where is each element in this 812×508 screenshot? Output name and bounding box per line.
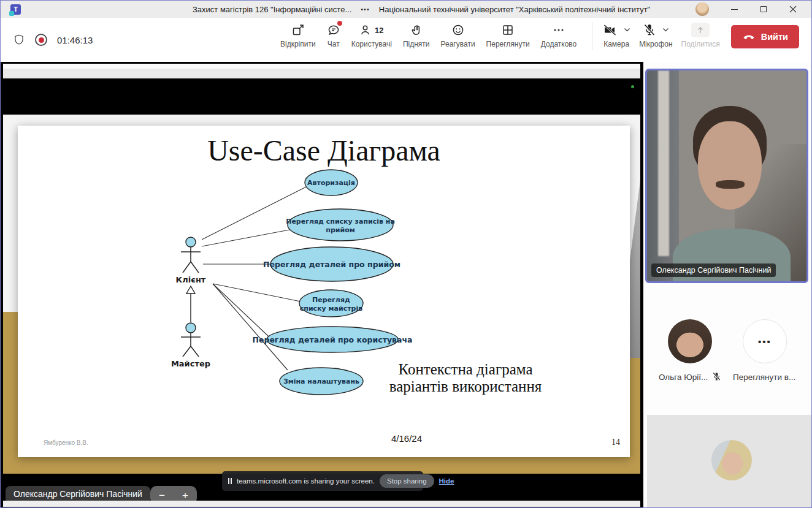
slide-author: Ямбуренко В.В. (44, 439, 88, 446)
svg-text:Зміна налаштувань: Зміна налаштувань (283, 377, 359, 385)
shield-icon (13, 33, 25, 47)
slide-page-number: 14 (611, 438, 620, 447)
maximize-button[interactable] (749, 1, 778, 18)
camera-button[interactable]: Камера (602, 22, 630, 48)
usecase-authorization: Авторизація (305, 170, 358, 195)
actor-client-label: Клієнт (176, 275, 206, 284)
participants-button[interactable]: 12 Користувачі (351, 22, 392, 48)
stop-sharing-button[interactable]: Stop sharing (380, 474, 434, 488)
chat-button[interactable]: Чат (327, 22, 340, 48)
svg-text:Перегляд списку записів на: Перегляд списку записів на (286, 218, 395, 226)
screen-sharing-toast: teams.microsoft.com is sharing your scre… (222, 471, 423, 491)
minimize-button[interactable] (719, 1, 749, 18)
hide-toast-link[interactable]: Hide (439, 477, 454, 485)
actor-master: Майстер (171, 323, 210, 368)
video-person-face (698, 121, 762, 210)
unpin-button[interactable]: Відкріпити (280, 22, 316, 48)
generalization-arrow (186, 286, 195, 322)
overflow-participants-button[interactable]: ••• (743, 319, 787, 363)
leave-button[interactable]: Вийти (731, 25, 799, 48)
recording-indicator-icon (35, 34, 47, 46)
maximize-icon (760, 6, 767, 12)
svg-text:Перегляд: Перегляд (312, 296, 350, 304)
shared-screen-bottom-strip (3, 501, 640, 507)
overflow-label: Переглянути в... (733, 373, 795, 382)
camera-off-icon (602, 23, 618, 37)
svg-text:списку майстрів: списку майстрів (300, 305, 362, 313)
svg-text:Перегляд деталей про прийом: Перегляд деталей про прийом (263, 260, 400, 269)
more-actions-button[interactable]: Додатково (541, 22, 577, 48)
people-icon (359, 23, 373, 37)
toolbar-left: 01:46:13 (13, 18, 93, 62)
presentation-indicator-dot (631, 85, 634, 88)
organization-title: Національний технічний університет "Харк… (379, 5, 650, 14)
view-button[interactable]: Переглянути (486, 22, 530, 48)
template-gold-right (630, 358, 640, 457)
shared-screen-toolbar-strip (3, 69, 640, 78)
participant-avatar-olha[interactable] (668, 319, 712, 363)
pause-icon (228, 478, 232, 484)
presentation-area: Use-Case Діаграма (3, 115, 640, 474)
mic-chevron-icon[interactable] (662, 28, 669, 32)
actor-master-label: Майстер (171, 359, 210, 368)
toolbar-divider (592, 22, 592, 50)
smiley-icon (451, 23, 465, 37)
participant-muted-mic-icon (711, 371, 722, 384)
hang-up-icon (742, 30, 756, 44)
slide-date: 4/16/24 (391, 433, 422, 444)
share-button: Поділитися (681, 22, 720, 48)
usecase-view-appointments-list: Перегляд списку записів на прийом (286, 209, 395, 241)
slide-caption-line1: Контекстна діаграма (399, 361, 533, 377)
video-name-label: Олександр Сергійович Пасічний (651, 263, 776, 277)
participant-name-olha: Ольга Юрії... (659, 373, 708, 382)
svg-text:прийом: прийом (326, 226, 354, 234)
window-controls (719, 1, 808, 18)
raise-hand-icon (410, 23, 423, 37)
usecase-view-user-details: Перегляд деталей про користувача (253, 327, 413, 352)
usecase-view-appointment-details: Перегляд деталей про прийом (263, 247, 400, 281)
mic-off-icon (642, 23, 657, 37)
zoom-out-button[interactable]: − (159, 490, 165, 501)
participant-video-tile-bottom[interactable] (647, 415, 812, 508)
slide-caption-line2: варіантів використання (389, 378, 542, 395)
gallery-view-icon (501, 23, 515, 37)
raise-hand-button[interactable]: Підняти (403, 22, 430, 48)
toolbar-right: Камера Мікрофон Поділити (592, 22, 799, 50)
participants-sidebar: Олександр Сергійович Пасічний ••• Ольга … (643, 62, 812, 508)
ellipsis-icon (552, 23, 565, 37)
usecase-change-settings: Зміна налаштувань (280, 368, 363, 395)
react-button[interactable]: Реагувати (441, 22, 475, 48)
meeting-toolbar: 01:46:13 Відкріпити Чат (1, 18, 811, 62)
video-person-mustache (716, 180, 745, 189)
account-avatar[interactable] (695, 2, 709, 16)
shared-screen-top-strip (3, 64, 640, 69)
template-gray-wedge (630, 180, 640, 358)
svg-text:Перегляд деталей про користува: Перегляд деталей про користувача (253, 335, 413, 344)
pop-out-icon (291, 23, 305, 37)
title-separator-dots: ••• (361, 6, 370, 13)
template-gold-left (3, 312, 18, 474)
slide-canvas: Use-Case Діаграма (18, 126, 630, 457)
teams-meeting-window: T Захист магістрів 126 "Інформаційні сис… (0, 0, 812, 508)
meeting-timer: 01:46:13 (57, 35, 93, 45)
slide-title: Use-Case Діаграма (207, 134, 440, 167)
toolbar-center: Відкріпити Чат 12 Користувачі (280, 22, 576, 48)
window-title: Захист магістрів 126 "Інформаційні систе… (193, 1, 650, 18)
pinned-video-tile[interactable]: Олександр Сергійович Пасічний (645, 69, 808, 283)
teams-icon: T (10, 4, 21, 15)
share-icon (691, 23, 710, 37)
video-window-light (658, 70, 669, 256)
chat-notification-badge (337, 21, 342, 26)
sharing-message: teams.microsoft.com is sharing your scre… (237, 477, 375, 485)
zoom-in-button[interactable]: + (182, 490, 188, 501)
usecase-view-masters-list: Перегляд списку майстрів (299, 290, 363, 317)
close-button[interactable] (778, 1, 808, 18)
use-case-diagram: Use-Case Діаграма (18, 126, 630, 457)
microphone-button[interactable]: Мікрофон (639, 22, 672, 48)
shared-screen-stage: Use-Case Діаграма (1, 62, 643, 508)
participant-avatar-bottom (711, 440, 752, 480)
close-icon (789, 6, 797, 13)
meeting-title: Захист магістрів 126 "Інформаційні систе… (193, 5, 351, 14)
camera-chevron-icon[interactable] (624, 28, 630, 32)
participants-count: 12 (375, 26, 383, 35)
